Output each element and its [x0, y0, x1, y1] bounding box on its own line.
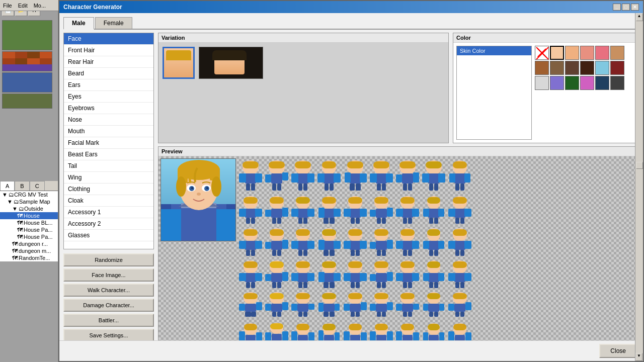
category-eyebrows[interactable]: Eyebrows [64, 103, 153, 114]
svg-rect-56 [356, 184, 361, 191]
color-item-4[interactable] [457, 61, 531, 64]
svg-rect-31 [271, 173, 282, 184]
svg-rect-182 [356, 250, 360, 256]
svg-rect-51 [347, 161, 363, 168]
tree-item-house[interactable]: 🗺House [0, 212, 58, 219]
tab-male[interactable]: Male [63, 17, 94, 30]
color-swatch-brown3[interactable] [565, 61, 579, 75]
category-ears[interactable]: Ears [64, 79, 153, 91]
color-swatch-skin5[interactable] [610, 46, 624, 60]
svg-rect-331 [453, 293, 467, 299]
color-swatch-brown4[interactable] [580, 61, 594, 75]
close-window-button[interactable]: ✕ [631, 4, 639, 11]
color-item-skin[interactable]: Skin Color [457, 46, 531, 55]
randomize-button[interactable]: Randomize [63, 253, 154, 266]
tree-item-housepa2[interactable]: 🗺House Pa... [0, 233, 58, 240]
category-facial-mark[interactable]: Facial Mark [64, 137, 153, 149]
tree-item-dungeon1[interactable]: 🗺dungeon r... [0, 240, 58, 247]
color-swatch-pink[interactable] [580, 76, 594, 90]
color-swatch-blue1[interactable] [595, 61, 609, 75]
color-swatch-skin3[interactable] [580, 46, 594, 60]
svg-rect-216 [246, 282, 250, 288]
color-swatch-purple[interactable] [550, 76, 564, 90]
tree-item-outside[interactable]: ▼🗂Outside [0, 205, 58, 212]
svg-rect-250 [387, 272, 393, 281]
menu-more[interactable]: Mo... [31, 2, 49, 10]
face-image-button[interactable]: Face Image... [63, 268, 154, 282]
category-mouth[interactable]: Mouth [64, 126, 153, 137]
color-swatch-brown2[interactable] [550, 61, 564, 75]
category-clothing[interactable]: Clothing [64, 184, 153, 195]
svg-rect-69 [403, 184, 407, 191]
tab-b[interactable]: B [15, 181, 29, 191]
tab-a[interactable]: A [0, 181, 15, 191]
svg-rect-4 [161, 209, 181, 241]
color-swatch-brown1[interactable] [535, 61, 549, 75]
svg-rect-272 [455, 282, 459, 288]
color-swatch-skin1[interactable] [550, 46, 564, 60]
category-rear-hair[interactable]: Rear Hair [64, 56, 153, 68]
variation-thumb-1[interactable] [163, 47, 195, 79]
battler-button[interactable]: Battler... [63, 314, 154, 327]
close-button[interactable]: Close [599, 344, 637, 358]
color-swatch-red1[interactable] [610, 61, 624, 75]
menu-file[interactable]: File [0, 2, 15, 10]
tree-item-crg[interactable]: ▼🗂CRG MV Test [0, 191, 58, 198]
svg-rect-366 [349, 324, 362, 330]
svg-rect-124 [387, 208, 393, 217]
damage-character-button[interactable]: Damage Character... [63, 299, 154, 312]
sprite-row-5 [238, 291, 472, 319]
svg-rect-81 [449, 173, 455, 183]
tree-item-sample[interactable]: ▼🗂Sample Map [0, 198, 58, 205]
category-beard[interactable]: Beard [64, 68, 153, 79]
category-glasses[interactable]: Glasses [64, 230, 153, 241]
svg-rect-54 [360, 173, 367, 183]
scrollbar-right[interactable]: ▲ ▼ [635, 13, 643, 361]
category-panel: Face Front Hair Rear Hair Beard Ears Eye… [63, 33, 154, 357]
category-nose[interactable]: Nose [64, 114, 153, 126]
tree-item-random[interactable]: 🗺RandomTe... [0, 254, 58, 261]
color-swatch-white[interactable] [535, 76, 549, 90]
svg-rect-131 [412, 209, 419, 217]
tab-female[interactable]: Female [95, 17, 132, 29]
variation-thumbs [163, 47, 195, 79]
svg-rect-33 [282, 172, 288, 180]
svg-rect-214 [239, 273, 246, 281]
svg-rect-257 [412, 273, 419, 281]
color-swatch-none[interactable] [535, 46, 549, 60]
category-eyes[interactable]: Eyes [64, 91, 153, 103]
maximize-button[interactable]: □ [622, 4, 630, 11]
walk-character-button[interactable]: Walk Character... [63, 284, 154, 297]
tree-item-dungeon2[interactable]: 🗺dungeon m... [0, 247, 58, 254]
svg-rect-152 [255, 241, 262, 249]
category-cloak[interactable]: Cloak [64, 195, 153, 207]
svg-rect-47 [334, 173, 341, 183]
svg-rect-150 [245, 241, 256, 250]
sprite-row-2 [238, 195, 472, 225]
svg-rect-305 [344, 304, 350, 311]
variation-dark [199, 47, 263, 79]
svg-rect-279 [245, 312, 251, 317]
category-wing[interactable]: Wing [64, 172, 153, 184]
color-swatch-darkgray[interactable] [610, 76, 624, 90]
minimize-button[interactable]: _ [613, 4, 621, 11]
color-swatch-green[interactable] [565, 76, 579, 90]
svg-rect-237 [324, 282, 329, 288]
variation-thumb-2[interactable] [199, 47, 263, 79]
svg-rect-104 [298, 218, 302, 224]
category-accessory1[interactable]: Accessory 1 [64, 207, 153, 218]
color-swatch-darkblue[interactable] [595, 76, 609, 90]
svg-rect-229 [307, 273, 314, 281]
tree-item-housepa1[interactable]: 🗺House Pa... [0, 226, 58, 233]
color-swatch-skin4[interactable] [595, 46, 609, 60]
category-tail[interactable]: Tail [64, 160, 153, 172]
tab-c[interactable]: C [30, 181, 45, 191]
category-front-hair[interactable]: Front Hair [64, 45, 153, 56]
category-face[interactable]: Face [64, 33, 153, 45]
tree-item-housebl[interactable]: 🗺House BL... [0, 219, 58, 226]
color-swatch-skin2[interactable] [565, 46, 579, 60]
category-accessory2[interactable]: Accessory 2 [64, 218, 153, 230]
menu-edit[interactable]: Edit [15, 2, 31, 10]
svg-rect-60 [370, 173, 377, 183]
category-beast-ears[interactable]: Beast Ears [64, 149, 153, 160]
